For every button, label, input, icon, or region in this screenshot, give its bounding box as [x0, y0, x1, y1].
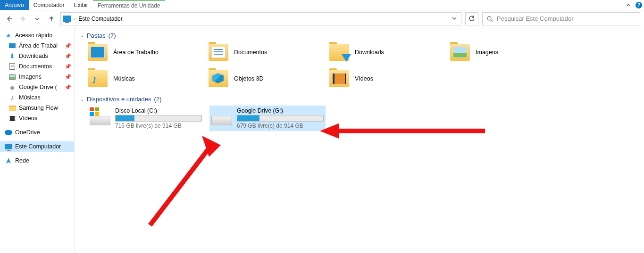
sidebar-quick-access[interactable]: ★ Acesso rápido: [0, 30, 74, 41]
drive-usage-bar: [115, 115, 202, 122]
sidebar-item-label: Imagens: [19, 73, 42, 80]
this-pc-icon: [5, 144, 12, 149]
folder-label: Vídeos: [355, 75, 373, 82]
sidebar-this-pc[interactable]: Este Computador: [0, 141, 74, 152]
forward-button[interactable]: [18, 14, 28, 24]
menu-computer[interactable]: Computador: [29, 0, 69, 10]
group-header-folders[interactable]: ⌄ Pastas (7): [80, 32, 638, 39]
sidebar-item-label: Google Drive (: [19, 84, 57, 90]
sidebar-item-label: Documentos: [19, 63, 52, 70]
menu-file[interactable]: Arquivo: [0, 0, 29, 10]
folder-icon: [88, 44, 108, 61]
folder-music[interactable]: ♪ Músicas: [88, 68, 206, 89]
ribbon-collapse-icon[interactable]: [623, 0, 634, 10]
pin-icon: 📌: [65, 64, 71, 70]
group-label: Dispositivos e unidades: [87, 96, 151, 103]
menu-bar: Arquivo Computador Exibir Ferramentas de…: [0, 0, 644, 10]
sidebar-item-label: Downloads: [19, 53, 48, 59]
address-bar[interactable]: › Este Computador: [60, 12, 461, 25]
address-dropdown-icon[interactable]: [450, 16, 459, 22]
svg-line-4: [150, 145, 211, 225]
sidebar-item-label: OneDrive: [15, 129, 40, 136]
group-count: (7): [109, 32, 116, 39]
onedrive-icon: [5, 130, 12, 135]
search-box[interactable]: [482, 12, 640, 25]
sidebar-item-samsung-flow[interactable]: Samsung Flow: [0, 103, 74, 113]
sidebar-item-pictures[interactable]: Imagens 📌: [0, 72, 74, 82]
svg-line-1: [491, 20, 493, 22]
chevron-down-icon: ⌄: [80, 97, 84, 102]
folder-label: Downloads: [355, 49, 384, 56]
search-icon: [486, 16, 493, 22]
sidebar-item-label: Acesso rápido: [15, 32, 52, 39]
folder-3d-objects[interactable]: Objetos 3D: [209, 68, 326, 89]
folder-label: Músicas: [113, 75, 135, 82]
drive-usage-bar: [237, 115, 324, 122]
search-input[interactable]: [497, 15, 636, 22]
folder-label: Documentos: [234, 49, 267, 56]
group-header-drives[interactable]: ⌄ Dispositivos e unidades (2): [80, 96, 638, 103]
folder-downloads[interactable]: Downloads: [329, 42, 447, 63]
group-label: Pastas: [87, 32, 106, 39]
drive-icon: [90, 107, 110, 125]
up-button[interactable]: [46, 14, 57, 24]
chevron-down-icon: ⌄: [80, 33, 84, 38]
sidebar-item-music[interactable]: ♪ Músicas: [0, 92, 74, 103]
svg-point-0: [487, 16, 491, 20]
drive-free-space: 679 GB livre(s) de 914 GB: [237, 122, 324, 129]
drive-g[interactable]: Google Drive (G:) 679 GB livre(s) de 914…: [209, 106, 326, 131]
folder-desktop[interactable]: Área de Trabalho: [88, 42, 206, 63]
folder-label: Área de Trabalho: [113, 49, 159, 56]
sidebar-item-documents[interactable]: Documentos 📌: [0, 61, 74, 72]
sidebar-item-label: Samsung Flow: [19, 105, 58, 111]
sidebar-item-label: Este Computador: [15, 143, 61, 150]
pin-icon: 📌: [65, 53, 71, 59]
menu-drive-tools[interactable]: Ferramentas de Unidade: [93, 0, 165, 10]
folder-icon: [329, 44, 349, 61]
folder-icon: ♪: [88, 70, 108, 87]
folder-videos[interactable]: Vídeos: [329, 68, 447, 89]
sidebar-item-label: Rede: [15, 157, 29, 164]
sidebar-item-label: Área de Trabal: [19, 42, 58, 49]
help-icon[interactable]: ?: [634, 0, 644, 10]
sidebar-item-label: Vídeos: [19, 115, 37, 122]
svg-marker-5: [202, 136, 221, 157]
pin-icon: 📌: [65, 84, 71, 90]
sidebar-network[interactable]: Rede: [0, 155, 74, 166]
navigation-pane: ★ Acesso rápido Área de Trabal 📌 ⬇ Downl…: [0, 27, 75, 253]
sidebar-onedrive[interactable]: OneDrive: [0, 127, 74, 138]
sidebar-item-videos[interactable]: Vídeos: [0, 113, 74, 123]
video-icon: [9, 116, 16, 121]
pin-icon: 📌: [65, 74, 71, 80]
folder-icon: [209, 70, 228, 87]
folder-label: Imagens: [476, 49, 498, 56]
folder-icon: [9, 106, 16, 111]
breadcrumb-sep-icon: ›: [74, 16, 75, 21]
group-count: (2): [154, 96, 162, 103]
menu-view[interactable]: Exibir: [69, 0, 93, 10]
recent-locations-dropdown[interactable]: [32, 14, 42, 24]
folder-icon: [329, 70, 349, 87]
folder-documents[interactable]: Documentos: [209, 42, 326, 63]
breadcrumb[interactable]: Este Computador: [78, 16, 122, 22]
network-icon: [5, 158, 12, 163]
document-icon: [9, 63, 15, 70]
folder-icon: [209, 44, 228, 61]
drive-c[interactable]: Disco Local (C:) 715 GB livre(s) de 914 …: [88, 106, 204, 131]
drive-icon: [211, 107, 232, 125]
drive-free-space: 715 GB livre(s) de 914 GB: [115, 122, 202, 129]
annotation-arrow: [131, 131, 226, 236]
sidebar-item-google-drive[interactable]: ◆ Google Drive ( 📌: [0, 82, 74, 92]
back-button[interactable]: [4, 14, 14, 24]
folder-label: Objetos 3D: [234, 75, 264, 82]
content-pane: ⌄ Pastas (7) Área de Trabalho Documentos…: [75, 27, 644, 253]
sidebar-item-desktop[interactable]: Área de Trabal 📌: [0, 41, 74, 51]
star-icon: ★: [5, 32, 12, 39]
drive-label: Google Drive (G:): [237, 107, 324, 114]
folder-icon: [450, 44, 470, 61]
desktop-icon: [9, 43, 16, 48]
drive-label: Disco Local (C:): [115, 107, 202, 114]
folder-pictures[interactable]: Imagens: [450, 42, 568, 63]
refresh-button[interactable]: [465, 12, 478, 25]
sidebar-item-downloads[interactable]: ⬇ Downloads 📌: [0, 51, 74, 61]
